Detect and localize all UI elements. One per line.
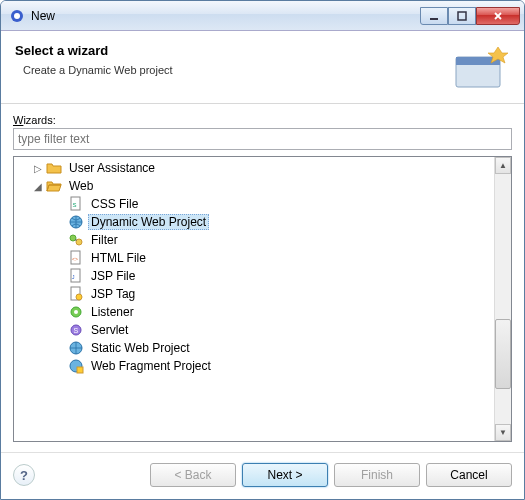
filter-input[interactable] (13, 128, 512, 150)
wizards-label: Wizards: (13, 114, 512, 126)
window-controls (420, 7, 520, 25)
svg-rect-3 (458, 12, 466, 20)
tree-item-label: JSP File (88, 268, 138, 284)
css-file-icon: S (68, 196, 84, 212)
tree-item-label: Listener (88, 304, 137, 320)
tree-item-label: Web Fragment Project (88, 358, 214, 374)
window-title: New (31, 9, 420, 23)
tree-viewport[interactable]: ▷ User Assistance ◢ Web S CSS File Dynam… (14, 157, 511, 441)
svg-text:S: S (74, 327, 79, 334)
close-button[interactable] (476, 7, 520, 25)
cancel-button[interactable]: Cancel (426, 463, 512, 487)
tree-item-label: HTML File (88, 250, 149, 266)
tree-item-jsp-file[interactable]: J JSP File (14, 267, 511, 285)
svg-text:<>: <> (72, 256, 78, 262)
tree-item-jsp-tag[interactable]: JSP Tag (14, 285, 511, 303)
globe-icon (68, 214, 84, 230)
scrollbar[interactable]: ▲ ▼ (494, 157, 511, 441)
tree-item-filter[interactable]: Filter (14, 231, 511, 249)
svg-point-17 (76, 294, 82, 300)
app-icon (9, 8, 25, 24)
tree-item-listener[interactable]: Listener (14, 303, 511, 321)
dialog-body: Wizards: ▷ User Assistance ◢ Web S CSS F… (1, 104, 524, 452)
titlebar[interactable]: New (1, 1, 524, 31)
servlet-icon: S (68, 322, 84, 338)
tree-item-dynamic-web-project[interactable]: Dynamic Web Project (14, 213, 511, 231)
tree-node-label: User Assistance (66, 160, 158, 176)
page-description: Create a Dynamic Web project (23, 64, 450, 76)
finish-button[interactable]: Finish (334, 463, 420, 487)
scroll-up-icon[interactable]: ▲ (495, 157, 511, 174)
globe-icon (68, 340, 84, 356)
tree-item-label: JSP Tag (88, 286, 138, 302)
next-button[interactable]: Next > (242, 463, 328, 487)
svg-rect-24 (77, 367, 83, 373)
expand-icon[interactable]: ▷ (32, 162, 44, 174)
tree-item-label: CSS File (88, 196, 141, 212)
wizard-banner-icon (450, 43, 510, 93)
tree-node-label: Web (66, 178, 96, 194)
tree-item-html-file[interactable]: <> HTML File (14, 249, 511, 267)
folder-icon (46, 160, 62, 176)
jsp-file-icon: J (68, 268, 84, 284)
folder-open-icon (46, 178, 62, 194)
dialog-window: New Select a wizard Create a Dynamic Web… (0, 0, 525, 500)
scroll-thumb[interactable] (495, 319, 511, 389)
tree-item-css-file[interactable]: S CSS File (14, 195, 511, 213)
svg-point-1 (14, 13, 20, 19)
tree-item-static-web-project[interactable]: Static Web Project (14, 339, 511, 357)
scroll-track[interactable] (495, 174, 511, 424)
tree-item-label: Filter (88, 232, 121, 248)
filter-icon (68, 232, 84, 248)
back-button[interactable]: < Back (150, 463, 236, 487)
listener-icon (68, 304, 84, 320)
html-file-icon: <> (68, 250, 84, 266)
tree-item-label: Servlet (88, 322, 131, 338)
dialog-footer: ? < Back Next > Finish Cancel (1, 452, 524, 499)
tree-item-label: Dynamic Web Project (88, 214, 209, 230)
tree-node-web[interactable]: ◢ Web (14, 177, 511, 195)
minimize-button[interactable] (420, 7, 448, 25)
tree-item-web-fragment-project[interactable]: Web Fragment Project (14, 357, 511, 375)
jsp-tag-icon (68, 286, 84, 302)
collapse-icon[interactable]: ◢ (32, 180, 44, 192)
tree-item-label: Static Web Project (88, 340, 192, 356)
dialog-header: Select a wizard Create a Dynamic Web pro… (1, 31, 524, 104)
fragment-icon (68, 358, 84, 374)
tree-node-user-assistance[interactable]: ▷ User Assistance (14, 159, 511, 177)
scroll-down-icon[interactable]: ▼ (495, 424, 511, 441)
svg-rect-2 (430, 18, 438, 20)
svg-text:S: S (73, 202, 77, 208)
maximize-button[interactable] (448, 7, 476, 25)
svg-point-19 (74, 310, 78, 314)
wizard-tree: ▷ User Assistance ◢ Web S CSS File Dynam… (13, 156, 512, 442)
tree-item-servlet[interactable]: S Servlet (14, 321, 511, 339)
page-title: Select a wizard (15, 43, 450, 58)
help-button[interactable]: ? (13, 464, 35, 486)
